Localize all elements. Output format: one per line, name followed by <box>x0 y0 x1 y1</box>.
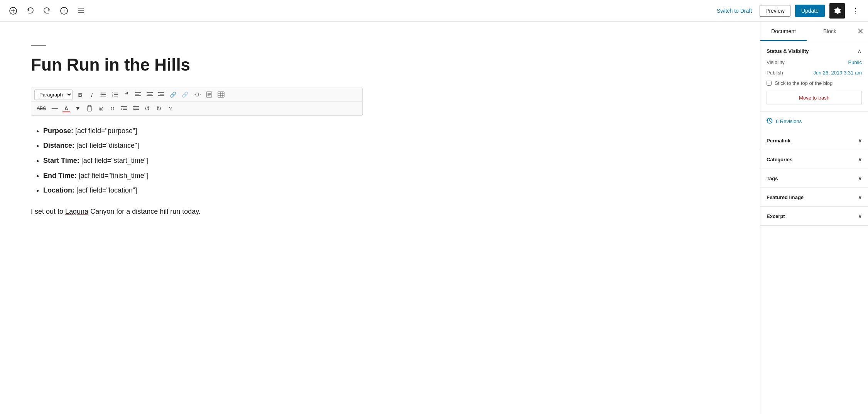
outdent-button[interactable] <box>130 104 141 113</box>
laguna-text: Laguna <box>65 208 88 215</box>
horizontal-rule-button[interactable]: — <box>49 103 60 113</box>
list-view-button[interactable] <box>74 4 88 18</box>
text-color-button[interactable]: A <box>61 104 72 113</box>
list-item: Distance: [acf field="distance"] <box>43 140 363 152</box>
stick-top-label[interactable]: Stick to the top of the blog <box>775 80 833 86</box>
content-list: Purpose: [acf field="purpose"] Distance:… <box>43 125 363 196</box>
unlink-button[interactable]: 🔗 <box>179 90 191 99</box>
svg-rect-35 <box>218 92 224 97</box>
sidebar-close-button[interactable]: ✕ <box>853 22 868 41</box>
more-options-button[interactable]: ⋮ <box>849 4 862 18</box>
post-separator <box>31 45 46 46</box>
excerpt-title: Excerpt <box>767 213 785 219</box>
text-color-dropdown-button[interactable]: ▼ <box>73 104 83 113</box>
settings-button[interactable] <box>829 3 845 19</box>
list-item: Purpose: [acf field="purpose"] <box>43 125 363 137</box>
insert-more-button[interactable] <box>191 91 203 98</box>
switch-to-draft-button[interactable]: Switch to Draft <box>714 8 755 14</box>
stick-top-checkbox[interactable] <box>767 81 772 86</box>
main-layout: Fun Run in the Hills Paragraph B I 1.2.3… <box>0 22 868 414</box>
svg-point-10 <box>101 94 102 95</box>
table-button[interactable] <box>215 90 227 99</box>
status-visibility-section: Status & Visibility ∧ Visibility Public … <box>760 41 868 112</box>
categories-title: Categories <box>767 157 792 162</box>
align-center-button[interactable] <box>144 90 155 99</box>
categories-chevron: ∨ <box>858 156 862 162</box>
post-title[interactable]: Fun Run in the Hills <box>31 55 729 75</box>
indent-button[interactable] <box>119 104 130 113</box>
sidebar-tabs: Document Block ✕ <box>760 22 868 41</box>
permalink-header[interactable]: Permalink ∨ <box>760 131 868 150</box>
content-paragraph: I set out to Laguna Canyon for a distanc… <box>31 206 363 218</box>
help-button[interactable]: ? <box>165 104 176 113</box>
unordered-list-button[interactable] <box>98 90 109 99</box>
status-visibility-header[interactable]: Status & Visibility ∧ <box>767 47 862 55</box>
strikethrough-button[interactable]: ABC <box>34 104 49 113</box>
add-block-button[interactable] <box>6 4 20 18</box>
list-item: End Time: [acf field="finish_time"] <box>43 170 363 182</box>
revisions-label: 6 Revisions <box>776 118 802 124</box>
tags-header[interactable]: Tags ∨ <box>760 169 868 188</box>
svg-rect-30 <box>196 93 198 96</box>
stick-checkbox-row: Stick to the top of the blog <box>767 80 862 86</box>
publish-value[interactable]: Jun 26, 2019 3:31 am <box>813 70 862 76</box>
redo-button[interactable] <box>40 4 54 18</box>
featured-image-header[interactable]: Featured Image ∨ <box>760 188 868 206</box>
revisions-icon <box>767 118 773 125</box>
sidebar: Document Block ✕ Status & Visibility ∧ V… <box>760 22 868 414</box>
list-label: Purpose: <box>43 127 73 135</box>
undo-button[interactable] <box>23 4 37 18</box>
permalink-chevron: ∨ <box>858 137 862 144</box>
special-char-button[interactable]: Ω <box>107 104 118 113</box>
paragraph-select[interactable]: Paragraph <box>34 90 73 100</box>
list-item: Location: [acf field="location"] <box>43 184 363 196</box>
tags-chevron: ∨ <box>858 175 862 181</box>
permalink-section: Permalink ∨ <box>760 131 868 150</box>
list-label: Distance: <box>43 142 74 149</box>
list-label: Start Time: <box>43 157 79 164</box>
toolbar-undo-button[interactable]: ↺ <box>142 103 153 114</box>
move-to-trash-button[interactable]: Move to trash <box>767 91 862 105</box>
svg-text:3.: 3. <box>112 95 113 97</box>
visibility-row: Visibility Public <box>767 59 862 65</box>
excerpt-header[interactable]: Excerpt ∨ <box>760 207 868 225</box>
toolbar-redo-button[interactable]: ↻ <box>154 103 164 114</box>
bold-button[interactable]: B <box>75 90 86 100</box>
custom-chars-button[interactable] <box>204 90 214 99</box>
top-bar: i Switch to Draft Preview Update ⋮ <box>0 0 868 22</box>
svg-rect-41 <box>88 105 91 107</box>
list-item: Start Time: [acf field="start_time"] <box>43 155 363 167</box>
visibility-value[interactable]: Public <box>848 59 862 65</box>
ordered-list-button[interactable]: 1.2.3. <box>110 90 120 99</box>
clear-formatting-button[interactable]: ◎ <box>96 104 106 113</box>
publish-row: Publish Jun 26, 2019 3:31 am <box>767 70 862 76</box>
tab-document[interactable]: Document <box>760 22 807 41</box>
info-button[interactable]: i <box>57 4 71 18</box>
permalink-title: Permalink <box>767 138 790 144</box>
preview-button[interactable]: Preview <box>760 5 790 17</box>
visibility-label: Visibility <box>767 59 785 65</box>
post-content: Purpose: [acf field="purpose"] Distance:… <box>31 125 363 218</box>
tags-title: Tags <box>767 176 778 181</box>
align-right-button[interactable] <box>156 90 167 99</box>
excerpt-chevron: ∨ <box>858 213 862 219</box>
svg-point-12 <box>101 96 102 97</box>
toolbar-left: i <box>6 4 88 18</box>
categories-header[interactable]: Categories ∨ <box>760 150 868 169</box>
list-label: End Time: <box>43 172 77 179</box>
blockquote-button[interactable]: ❝ <box>121 90 132 100</box>
excerpt-section: Excerpt ∨ <box>760 207 868 226</box>
link-button[interactable]: 🔗 <box>167 90 179 99</box>
status-visibility-title: Status & Visibility <box>767 48 809 54</box>
italic-button[interactable]: I <box>86 90 97 100</box>
status-visibility-chevron: ∧ <box>857 47 862 55</box>
editor-area[interactable]: Fun Run in the Hills Paragraph B I 1.2.3… <box>0 22 760 414</box>
toolbar-row-1: Paragraph B I 1.2.3. ❝ <box>31 88 362 101</box>
format-toolbar: Paragraph B I 1.2.3. ❝ <box>31 88 363 116</box>
align-left-button[interactable] <box>133 90 144 99</box>
revisions-section[interactable]: 6 Revisions <box>760 112 868 131</box>
paste-as-text-button[interactable] <box>84 104 95 113</box>
publish-label: Publish <box>767 70 783 76</box>
update-button[interactable]: Update <box>795 5 825 17</box>
tab-block[interactable]: Block <box>807 22 853 41</box>
